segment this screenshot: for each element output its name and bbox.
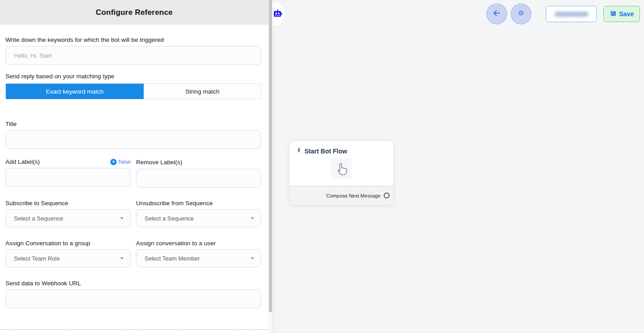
- scrollbar-thumb[interactable]: [269, 0, 272, 312]
- exact-keyword-match-option[interactable]: Exact keyword match: [6, 84, 144, 99]
- keywords-label: Write down the keywords for which the bo…: [5, 36, 261, 43]
- assign-group-select[interactable]: Select Team Role ▼: [5, 249, 131, 267]
- panel-form: Write down the keywords for which the bo…: [5, 25, 261, 308]
- flow-canvas[interactable]: Save Start Bot Flow Com: [272, 0, 644, 333]
- webhook-label: Send data to Webhook URL: [5, 280, 261, 287]
- unsubscribe-sequence-value: Select a Sequence: [145, 215, 194, 222]
- blurred-action-button[interactable]: [546, 6, 597, 22]
- back-arrow-icon: [492, 9, 501, 19]
- title-label: Title: [5, 121, 261, 127]
- webhook-input[interactable]: [5, 289, 261, 308]
- plus-icon: +: [110, 159, 117, 165]
- configure-reference-panel: Configure Reference Write down the keywo…: [0, 0, 272, 333]
- panel-header: Configure Reference: [0, 0, 268, 25]
- subscribe-sequence-value: Select a Sequence: [14, 215, 63, 222]
- matching-type-label: Send reply based on your matching type: [5, 73, 261, 80]
- remove-labels-input[interactable]: [136, 169, 261, 188]
- assign-user-select[interactable]: Select Team Member ▼: [136, 249, 261, 267]
- assign-group-label: Assign Conversation to a group: [5, 240, 131, 247]
- string-match-option[interactable]: String match: [144, 84, 261, 99]
- panel-bottom-divider: [0, 329, 268, 330]
- subscribe-sequence-select[interactable]: Select a Sequence ▼: [5, 209, 131, 227]
- hand-pointer-icon: [331, 158, 352, 179]
- node-footer: Compose Next Message: [290, 186, 393, 205]
- connector-socket[interactable]: [384, 193, 390, 198]
- node-body: [290, 156, 393, 181]
- add-labels-label: Add Label(s): [5, 158, 40, 165]
- save-button-label: Save: [619, 10, 634, 18]
- save-button[interactable]: Save: [603, 6, 640, 22]
- assign-user-label: Assign conversation to a user: [136, 240, 261, 247]
- matching-type-toggle: Exact keyword match String match: [5, 83, 261, 99]
- chevron-down-icon: ▼: [119, 216, 125, 220]
- chevron-down-icon: ▼: [119, 256, 125, 261]
- back-button[interactable]: [486, 4, 507, 24]
- keywords-input[interactable]: [5, 46, 261, 65]
- remove-labels-label: Remove Label(s): [136, 159, 182, 166]
- new-label-link[interactable]: + New: [110, 158, 131, 165]
- subscribe-sequence-label: Subscribe to Sequence: [5, 200, 131, 207]
- start-bot-flow-node[interactable]: Start Bot Flow Compose Next Message: [290, 141, 393, 205]
- chevron-down-icon: ▼: [250, 256, 255, 261]
- title-input[interactable]: [5, 130, 261, 149]
- compose-next-message-label: Compose Next Message: [327, 193, 381, 198]
- assign-user-value: Select Team Member: [145, 255, 200, 262]
- panel-scrollbar[interactable]: [268, 0, 272, 333]
- assign-group-value: Select Team Role: [14, 255, 60, 262]
- node-title: Start Bot Flow: [304, 148, 347, 155]
- fit-view-button[interactable]: [511, 4, 531, 24]
- unsubscribe-sequence-select[interactable]: Select a Sequence ▼: [136, 209, 261, 227]
- new-label-text: New: [118, 158, 131, 165]
- blurred-label: [555, 12, 588, 17]
- page-title: Configure Reference: [95, 8, 172, 17]
- unsubscribe-sequence-label: Unsubscribe from Sequence: [136, 200, 261, 207]
- add-labels-input[interactable]: [5, 168, 131, 187]
- save-icon: [610, 10, 617, 18]
- node-header: Start Bot Flow: [290, 141, 393, 155]
- chevron-down-icon: ▼: [250, 216, 255, 220]
- compress-icon: [517, 9, 525, 18]
- walking-person-icon: [296, 147, 302, 155]
